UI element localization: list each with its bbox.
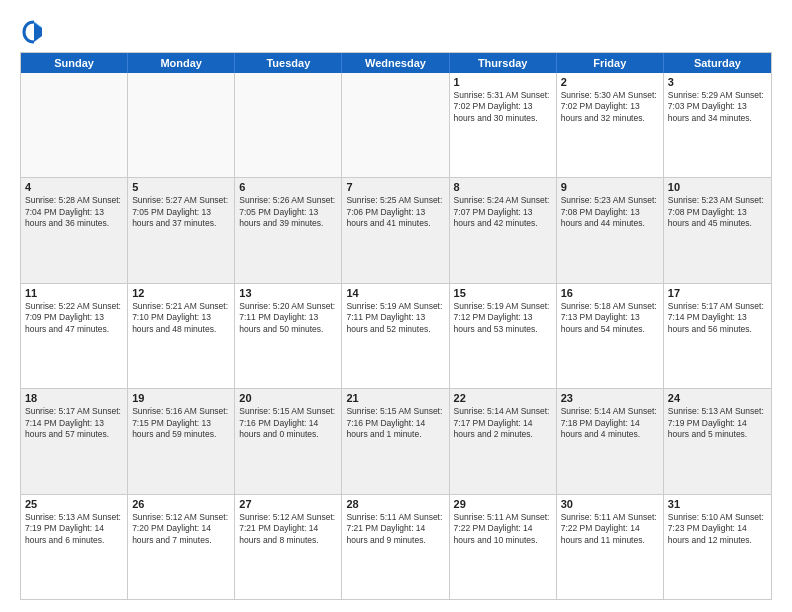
- calendar-cell: 27Sunrise: 5:12 AM Sunset: 7:21 PM Dayli…: [235, 495, 342, 599]
- calendar-cell: 4Sunrise: 5:28 AM Sunset: 7:04 PM Daylig…: [21, 178, 128, 282]
- calendar-cell: 5Sunrise: 5:27 AM Sunset: 7:05 PM Daylig…: [128, 178, 235, 282]
- calendar-cell: 25Sunrise: 5:13 AM Sunset: 7:19 PM Dayli…: [21, 495, 128, 599]
- day-info: Sunrise: 5:13 AM Sunset: 7:19 PM Dayligh…: [25, 512, 123, 546]
- day-info: Sunrise: 5:13 AM Sunset: 7:19 PM Dayligh…: [668, 406, 767, 440]
- day-info: Sunrise: 5:16 AM Sunset: 7:15 PM Dayligh…: [132, 406, 230, 440]
- day-number: 11: [25, 287, 123, 299]
- day-number: 4: [25, 181, 123, 193]
- calendar: SundayMondayTuesdayWednesdayThursdayFrid…: [20, 52, 772, 600]
- day-number: 26: [132, 498, 230, 510]
- logo: [20, 18, 52, 46]
- day-info: Sunrise: 5:21 AM Sunset: 7:10 PM Dayligh…: [132, 301, 230, 335]
- day-number: 25: [25, 498, 123, 510]
- day-info: Sunrise: 5:24 AM Sunset: 7:07 PM Dayligh…: [454, 195, 552, 229]
- day-info: Sunrise: 5:30 AM Sunset: 7:02 PM Dayligh…: [561, 90, 659, 124]
- calendar-cell: 24Sunrise: 5:13 AM Sunset: 7:19 PM Dayli…: [664, 389, 771, 493]
- header-day-sunday: Sunday: [21, 53, 128, 73]
- calendar-cell: 30Sunrise: 5:11 AM Sunset: 7:22 PM Dayli…: [557, 495, 664, 599]
- day-number: 9: [561, 181, 659, 193]
- calendar-row-2: 4Sunrise: 5:28 AM Sunset: 7:04 PM Daylig…: [21, 177, 771, 282]
- day-number: 3: [668, 76, 767, 88]
- calendar-cell: 19Sunrise: 5:16 AM Sunset: 7:15 PM Dayli…: [128, 389, 235, 493]
- day-info: Sunrise: 5:14 AM Sunset: 7:17 PM Dayligh…: [454, 406, 552, 440]
- calendar-cell: 17Sunrise: 5:17 AM Sunset: 7:14 PM Dayli…: [664, 284, 771, 388]
- day-info: Sunrise: 5:19 AM Sunset: 7:11 PM Dayligh…: [346, 301, 444, 335]
- calendar-cell: 21Sunrise: 5:15 AM Sunset: 7:16 PM Dayli…: [342, 389, 449, 493]
- day-number: 29: [454, 498, 552, 510]
- calendar-body: 1Sunrise: 5:31 AM Sunset: 7:02 PM Daylig…: [21, 73, 771, 599]
- day-info: Sunrise: 5:10 AM Sunset: 7:23 PM Dayligh…: [668, 512, 767, 546]
- day-info: Sunrise: 5:17 AM Sunset: 7:14 PM Dayligh…: [25, 406, 123, 440]
- day-number: 14: [346, 287, 444, 299]
- day-info: Sunrise: 5:19 AM Sunset: 7:12 PM Dayligh…: [454, 301, 552, 335]
- day-number: 6: [239, 181, 337, 193]
- day-info: Sunrise: 5:11 AM Sunset: 7:22 PM Dayligh…: [561, 512, 659, 546]
- day-info: Sunrise: 5:11 AM Sunset: 7:22 PM Dayligh…: [454, 512, 552, 546]
- day-number: 2: [561, 76, 659, 88]
- calendar-header: SundayMondayTuesdayWednesdayThursdayFrid…: [21, 53, 771, 73]
- day-info: Sunrise: 5:25 AM Sunset: 7:06 PM Dayligh…: [346, 195, 444, 229]
- day-number: 13: [239, 287, 337, 299]
- day-info: Sunrise: 5:29 AM Sunset: 7:03 PM Dayligh…: [668, 90, 767, 124]
- day-info: Sunrise: 5:14 AM Sunset: 7:18 PM Dayligh…: [561, 406, 659, 440]
- page: SundayMondayTuesdayWednesdayThursdayFrid…: [0, 0, 792, 612]
- calendar-cell: 22Sunrise: 5:14 AM Sunset: 7:17 PM Dayli…: [450, 389, 557, 493]
- day-info: Sunrise: 5:18 AM Sunset: 7:13 PM Dayligh…: [561, 301, 659, 335]
- day-number: 15: [454, 287, 552, 299]
- header-day-monday: Monday: [128, 53, 235, 73]
- calendar-cell: 28Sunrise: 5:11 AM Sunset: 7:21 PM Dayli…: [342, 495, 449, 599]
- calendar-cell: 10Sunrise: 5:23 AM Sunset: 7:08 PM Dayli…: [664, 178, 771, 282]
- day-number: 7: [346, 181, 444, 193]
- day-info: Sunrise: 5:22 AM Sunset: 7:09 PM Dayligh…: [25, 301, 123, 335]
- header-day-saturday: Saturday: [664, 53, 771, 73]
- day-info: Sunrise: 5:28 AM Sunset: 7:04 PM Dayligh…: [25, 195, 123, 229]
- day-number: 12: [132, 287, 230, 299]
- day-number: 19: [132, 392, 230, 404]
- day-info: Sunrise: 5:23 AM Sunset: 7:08 PM Dayligh…: [561, 195, 659, 229]
- header-day-wednesday: Wednesday: [342, 53, 449, 73]
- calendar-cell: 8Sunrise: 5:24 AM Sunset: 7:07 PM Daylig…: [450, 178, 557, 282]
- calendar-cell: 6Sunrise: 5:26 AM Sunset: 7:05 PM Daylig…: [235, 178, 342, 282]
- calendar-cell: 9Sunrise: 5:23 AM Sunset: 7:08 PM Daylig…: [557, 178, 664, 282]
- calendar-cell: 18Sunrise: 5:17 AM Sunset: 7:14 PM Dayli…: [21, 389, 128, 493]
- calendar-row-3: 11Sunrise: 5:22 AM Sunset: 7:09 PM Dayli…: [21, 283, 771, 388]
- day-number: 18: [25, 392, 123, 404]
- calendar-cell: 14Sunrise: 5:19 AM Sunset: 7:11 PM Dayli…: [342, 284, 449, 388]
- day-number: 28: [346, 498, 444, 510]
- day-number: 5: [132, 181, 230, 193]
- header-day-thursday: Thursday: [450, 53, 557, 73]
- calendar-cell: [128, 73, 235, 177]
- calendar-cell: 15Sunrise: 5:19 AM Sunset: 7:12 PM Dayli…: [450, 284, 557, 388]
- header-day-tuesday: Tuesday: [235, 53, 342, 73]
- day-info: Sunrise: 5:31 AM Sunset: 7:02 PM Dayligh…: [454, 90, 552, 124]
- calendar-cell: 7Sunrise: 5:25 AM Sunset: 7:06 PM Daylig…: [342, 178, 449, 282]
- day-number: 1: [454, 76, 552, 88]
- day-number: 17: [668, 287, 767, 299]
- calendar-cell: 3Sunrise: 5:29 AM Sunset: 7:03 PM Daylig…: [664, 73, 771, 177]
- calendar-cell: [342, 73, 449, 177]
- calendar-row-5: 25Sunrise: 5:13 AM Sunset: 7:19 PM Dayli…: [21, 494, 771, 599]
- calendar-cell: 26Sunrise: 5:12 AM Sunset: 7:20 PM Dayli…: [128, 495, 235, 599]
- calendar-cell: 12Sunrise: 5:21 AM Sunset: 7:10 PM Dayli…: [128, 284, 235, 388]
- day-info: Sunrise: 5:26 AM Sunset: 7:05 PM Dayligh…: [239, 195, 337, 229]
- calendar-cell: 16Sunrise: 5:18 AM Sunset: 7:13 PM Dayli…: [557, 284, 664, 388]
- day-number: 21: [346, 392, 444, 404]
- calendar-cell: 29Sunrise: 5:11 AM Sunset: 7:22 PM Dayli…: [450, 495, 557, 599]
- calendar-cell: [21, 73, 128, 177]
- day-info: Sunrise: 5:12 AM Sunset: 7:21 PM Dayligh…: [239, 512, 337, 546]
- calendar-row-1: 1Sunrise: 5:31 AM Sunset: 7:02 PM Daylig…: [21, 73, 771, 177]
- day-info: Sunrise: 5:15 AM Sunset: 7:16 PM Dayligh…: [346, 406, 444, 440]
- day-number: 27: [239, 498, 337, 510]
- day-number: 8: [454, 181, 552, 193]
- calendar-cell: 2Sunrise: 5:30 AM Sunset: 7:02 PM Daylig…: [557, 73, 664, 177]
- day-info: Sunrise: 5:12 AM Sunset: 7:20 PM Dayligh…: [132, 512, 230, 546]
- calendar-cell: 13Sunrise: 5:20 AM Sunset: 7:11 PM Dayli…: [235, 284, 342, 388]
- day-info: Sunrise: 5:11 AM Sunset: 7:21 PM Dayligh…: [346, 512, 444, 546]
- calendar-cell: 23Sunrise: 5:14 AM Sunset: 7:18 PM Dayli…: [557, 389, 664, 493]
- calendar-cell: 11Sunrise: 5:22 AM Sunset: 7:09 PM Dayli…: [21, 284, 128, 388]
- day-number: 31: [668, 498, 767, 510]
- calendar-cell: 1Sunrise: 5:31 AM Sunset: 7:02 PM Daylig…: [450, 73, 557, 177]
- day-info: Sunrise: 5:23 AM Sunset: 7:08 PM Dayligh…: [668, 195, 767, 229]
- day-number: 30: [561, 498, 659, 510]
- day-info: Sunrise: 5:15 AM Sunset: 7:16 PM Dayligh…: [239, 406, 337, 440]
